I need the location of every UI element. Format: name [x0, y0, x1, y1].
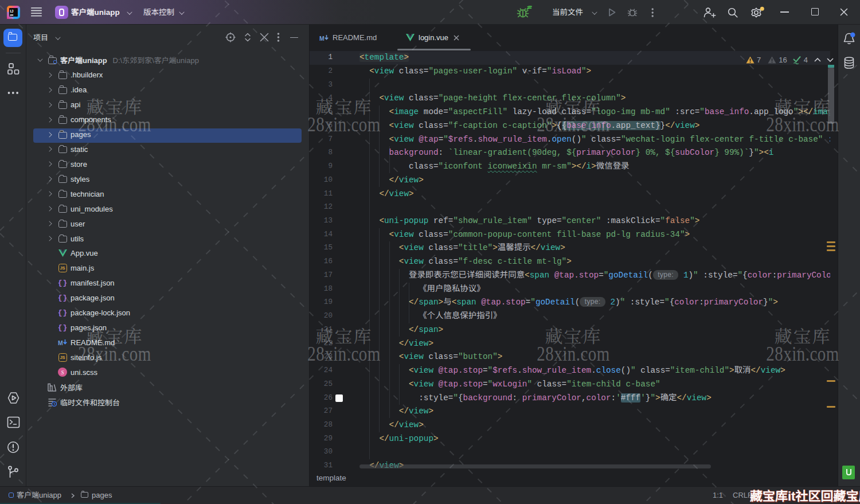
svg-text:M: M [58, 339, 63, 346]
svg-text:IJ: IJ [10, 9, 14, 13]
svg-text:M: M [319, 34, 325, 41]
